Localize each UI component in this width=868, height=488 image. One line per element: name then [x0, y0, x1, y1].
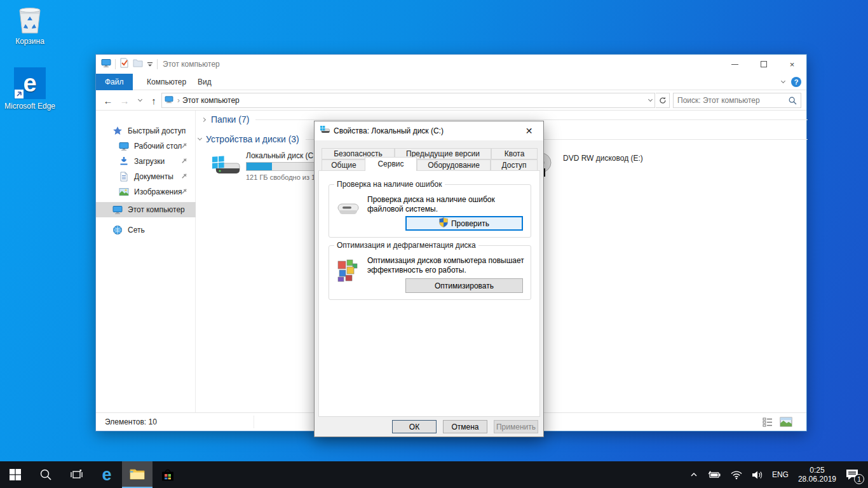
- minimize-button[interactable]: [721, 55, 749, 74]
- star-icon: [112, 126, 123, 136]
- desktop-icon-recycle-bin[interactable]: Корзина: [3, 5, 57, 46]
- tray-chevron-up-icon[interactable]: [685, 461, 703, 488]
- tab-general[interactable]: Общие: [322, 159, 366, 171]
- sidebar-item-label: Изображения: [134, 187, 182, 196]
- volume-icon[interactable]: [747, 461, 768, 488]
- address-dropdown-icon[interactable]: [648, 97, 653, 102]
- hard-disk-icon: [337, 201, 360, 219]
- task-view-button[interactable]: [61, 461, 92, 488]
- chevron-right-icon[interactable]: [201, 117, 206, 121]
- refresh-button[interactable]: [656, 93, 670, 108]
- task-view-icon: [70, 468, 83, 481]
- error-checking-description: Проверка диска на наличие ошибок файлово…: [367, 195, 527, 214]
- search-icon[interactable]: [789, 97, 797, 105]
- divider: [157, 59, 158, 69]
- check-button[interactable]: Проверить: [405, 216, 523, 231]
- back-button[interactable]: ←: [100, 90, 116, 111]
- tab-tools[interactable]: Сервис: [365, 157, 417, 171]
- address-box[interactable]: › Этот компьютер: [161, 93, 655, 108]
- address-bar: ← → ↑ › Этот компьютер: [96, 90, 806, 111]
- tab-computer[interactable]: Компьютер: [138, 74, 195, 90]
- up-button[interactable]: ↑: [146, 90, 162, 111]
- items-count: Элементов: 10: [105, 417, 157, 426]
- expand-ribbon-icon[interactable]: [781, 79, 785, 83]
- properties-dialog: Свойства: Локальный диск (C:) ✕ Безопасн…: [314, 121, 544, 437]
- download-icon: [119, 156, 129, 166]
- thumbnail-view-icon[interactable]: [780, 417, 792, 429]
- action-center-button[interactable]: 1: [841, 461, 868, 488]
- computer-icon: [101, 58, 111, 71]
- details-view-icon[interactable]: [763, 417, 773, 429]
- pin-icon: [180, 187, 188, 197]
- edge-icon: e: [102, 466, 111, 484]
- close-button[interactable]: ×: [778, 55, 806, 74]
- sidebar-item-network[interactable]: Сеть: [96, 222, 196, 238]
- language-indicator[interactable]: ENG: [768, 461, 793, 488]
- customize-qat-icon[interactable]: [147, 58, 153, 70]
- file-explorer-icon: [130, 468, 145, 480]
- document-icon: [119, 172, 129, 182]
- defragment-icon: [336, 259, 358, 285]
- notification-badge: 1: [854, 474, 864, 484]
- help-icon[interactable]: ?: [791, 77, 801, 87]
- tab-file[interactable]: Файл: [96, 74, 133, 90]
- taskbar-clock[interactable]: 0:25 28.06.2019: [793, 461, 841, 488]
- drive-icon: [320, 125, 330, 137]
- sidebar-item-this-pc[interactable]: Этот компьютер: [96, 202, 196, 217]
- search-icon: [39, 468, 52, 481]
- optimize-description: Оптимизация дисков компьютера повышает э…: [367, 256, 527, 275]
- optimize-group: Оптимизация и дефрагментация диска: [329, 245, 531, 300]
- tab-sharing[interactable]: Доступ: [491, 159, 538, 171]
- drive-name: DVD RW дисковод (E:): [563, 154, 643, 163]
- sidebar-item-label: Загрузки: [134, 157, 165, 166]
- tab-hardware[interactable]: Оборудование: [417, 159, 491, 171]
- sidebar-item-label: Рабочий стол: [134, 142, 182, 151]
- window-title: Этот компьютер: [163, 55, 220, 74]
- recycle-bin-icon: [17, 5, 43, 34]
- sidebar-item-documents[interactable]: Документы: [96, 169, 196, 184]
- dialog-close-icon[interactable]: ✕: [515, 121, 543, 140]
- forward-button[interactable]: →: [116, 90, 133, 111]
- start-button[interactable]: [0, 461, 31, 488]
- taskbar-search-button[interactable]: [31, 461, 61, 488]
- desktop-icon-label: Корзина: [3, 37, 57, 46]
- sidebar-item-pictures[interactable]: Изображения: [96, 184, 196, 200]
- ok-button[interactable]: ОК: [392, 420, 437, 433]
- taskbar-explorer-button[interactable]: [122, 461, 153, 488]
- maximize-button[interactable]: [749, 55, 778, 74]
- cancel-button[interactable]: Отмена: [443, 420, 487, 433]
- chevron-down-icon[interactable]: [198, 136, 202, 140]
- pin-icon: [180, 142, 188, 151]
- tab-view[interactable]: Вид: [189, 74, 220, 90]
- sidebar-item-desktop[interactable]: Рабочий стол: [96, 139, 196, 154]
- tab-quota[interactable]: Квота: [491, 148, 538, 159]
- breadcrumb[interactable]: Этот компьютер: [182, 96, 240, 105]
- tools-tab-page: Проверка на наличие ошибок Проверка диск…: [318, 170, 540, 417]
- optimize-button[interactable]: Оптимизировать: [405, 278, 523, 293]
- monitor-icon: [119, 141, 129, 151]
- navigation-pane: Быстрый доступ Рабочий стол Загрузки: [96, 111, 196, 414]
- taskbar-store-button[interactable]: [153, 461, 183, 488]
- taskbar: e: [0, 461, 868, 488]
- sidebar-item-quick-access[interactable]: Быстрый доступ: [96, 123, 196, 139]
- system-tray: ENG 0:25 28.06.2019 1: [685, 461, 868, 488]
- check-button-label: Проверить: [451, 219, 489, 228]
- clock-time: 0:25: [798, 466, 836, 475]
- new-folder-icon[interactable]: [133, 58, 143, 70]
- wifi-icon[interactable]: [726, 461, 747, 488]
- sidebar-item-label: Быстрый доступ: [128, 126, 186, 135]
- search-box[interactable]: [673, 93, 801, 108]
- group-legend: Оптимизация и дефрагментация диска: [334, 241, 478, 250]
- search-input[interactable]: [677, 96, 789, 105]
- desktop-icon-edge[interactable]: e Microsoft Edge: [3, 67, 57, 111]
- sidebar-item-downloads[interactable]: Загрузки: [96, 154, 196, 169]
- error-checking-group: Проверка на наличие ошибок Проверка диск…: [329, 184, 531, 238]
- battery-icon[interactable]: [703, 461, 726, 488]
- taskbar-edge-button[interactable]: e: [92, 461, 122, 488]
- quick-access-toolbar: [101, 57, 158, 71]
- dialog-footer: ОК Отмена Применить: [315, 420, 543, 433]
- apply-button[interactable]: Применить: [494, 420, 538, 433]
- properties-icon[interactable]: [119, 58, 129, 71]
- desktop: Корзина e Microsoft Edge: [0, 0, 868, 488]
- network-icon: [112, 225, 123, 235]
